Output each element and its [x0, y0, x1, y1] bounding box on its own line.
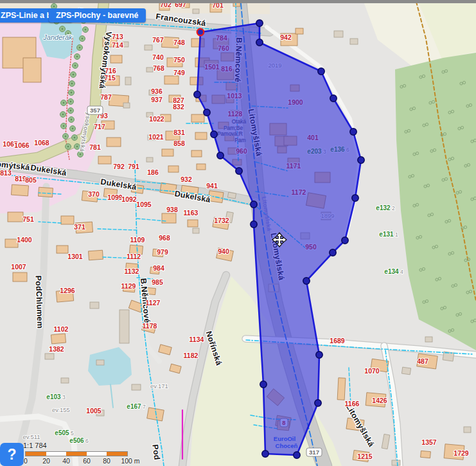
tree-dot [71, 119, 72, 120]
polygon-vertex[interactable] [211, 131, 217, 138]
layer-button-zps-plochy[interactable]: ZPS-Plochy - barevné [49, 8, 146, 22]
parcel-label: 787 [100, 93, 112, 101]
building [23, 58, 41, 82]
building [227, 192, 236, 199]
green-parcel-label: e167 7 [127, 403, 146, 410]
polygon-vertex[interactable] [330, 95, 337, 102]
scale-bar-segment [26, 452, 46, 456]
polygon-vertex[interactable] [352, 195, 358, 201]
building [162, 149, 173, 156]
help-button[interactable]: ? [0, 443, 24, 466]
parcel-label: 186 [147, 168, 159, 176]
scale-bar-segment [107, 452, 127, 456]
tree-dot [75, 65, 76, 66]
building [146, 157, 153, 162]
building [110, 55, 122, 63]
parcel-label: 1215 [357, 453, 373, 460]
building [168, 166, 179, 172]
building [197, 164, 206, 170]
green-parcel-label: e505 5 [55, 429, 74, 436]
polygon-vertex[interactable] [350, 129, 357, 135]
building [425, 337, 432, 342]
route-shield-label: 357 [90, 107, 100, 114]
parcel-label: 748 [173, 39, 185, 46]
scale-bar [26, 452, 127, 456]
tree-dot [62, 28, 63, 30]
polygon-vertex[interactable] [262, 451, 269, 457]
parcel-label: 984 [153, 264, 164, 272]
polygon-vertex[interactable] [315, 400, 321, 406]
polygon-vertex[interactable] [316, 352, 322, 358]
polygon-vertex[interactable] [256, 20, 263, 26]
building [123, 103, 130, 108]
parcel-label: 750 [173, 56, 185, 64]
tree-dot [72, 128, 73, 129]
polygon-vertex[interactable] [318, 68, 324, 75]
polygon-vertex[interactable] [217, 152, 224, 159]
building [90, 302, 99, 309]
building [164, 76, 179, 84]
building [295, 28, 303, 34]
parcel-label: 1102 [54, 325, 69, 333]
tree-dot [79, 47, 80, 48]
parcel-label: 1166 [345, 400, 360, 408]
parcel-label: 831 [173, 129, 185, 136]
parcel-label: 792 [113, 163, 125, 170]
parcel-label: 487 [417, 357, 428, 365]
building [39, 187, 53, 197]
parcel-label: 371 [74, 223, 85, 231]
parcel-label: 940 [218, 247, 229, 255]
scale-bar-segment [66, 452, 87, 456]
building [132, 384, 141, 390]
polygon-vertex[interactable] [303, 278, 310, 284]
polygon-vertex[interactable] [256, 39, 263, 46]
building [51, 334, 66, 344]
tree-dot [76, 56, 78, 57]
polygon-vertex[interactable] [294, 452, 300, 458]
parcel-label: 941 [206, 182, 218, 190]
tree-dot [73, 74, 74, 75]
green-parcel-label: e132 2 [376, 204, 395, 211]
polygon-vertex[interactable] [330, 249, 336, 256]
building [8, 212, 23, 222]
polygon-vertex-selected[interactable] [197, 29, 204, 35]
building [195, 132, 207, 139]
parcel-label: 1732 [214, 217, 229, 224]
green-parcel-label: e131 1 [379, 231, 398, 238]
parcel-label: 1129 [121, 282, 136, 290]
parcel-label: 805 [25, 176, 37, 184]
building [188, 220, 198, 227]
building [61, 378, 69, 383]
building [162, 213, 176, 223]
tree-dot [82, 38, 83, 39]
tree-dot [67, 146, 69, 147]
parcel-label: 932 [181, 175, 192, 183]
polygon-vertex[interactable] [260, 381, 267, 388]
polygon-vertex[interactable] [251, 201, 257, 208]
parcel-label: 1005 [86, 407, 101, 415]
building [350, 39, 358, 44]
parcel-label: 767 [152, 36, 164, 44]
building [421, 451, 431, 458]
parcel-label: 1178 [143, 322, 157, 330]
parcel-label: 714 [112, 41, 123, 49]
polygon-vertex[interactable] [194, 91, 200, 98]
map-canvas[interactable]: FrancouzskáFrancouzskáVysokomýtskáVysoko… [0, 0, 476, 466]
parcel-label: 832 [173, 103, 184, 111]
tree-dot [80, 154, 81, 155]
scale-tick-label: 60 [83, 457, 91, 465]
tree-dot [63, 125, 64, 127]
parcel-label: 938 [166, 206, 178, 213]
polygon-vertex[interactable] [251, 221, 257, 228]
building [98, 156, 111, 164]
parcel-label: 968 [159, 234, 170, 242]
tree-dot [63, 102, 64, 103]
polygon-vertex[interactable] [358, 157, 364, 163]
polygon-vertex[interactable] [204, 109, 210, 116]
parcel-label: 791 [128, 163, 139, 170]
parcel-label: 1112 [127, 253, 141, 260]
building [125, 77, 131, 85]
building [96, 360, 104, 365]
polygon-vertex[interactable] [236, 168, 242, 174]
polygon-vertex[interactable] [342, 237, 348, 244]
